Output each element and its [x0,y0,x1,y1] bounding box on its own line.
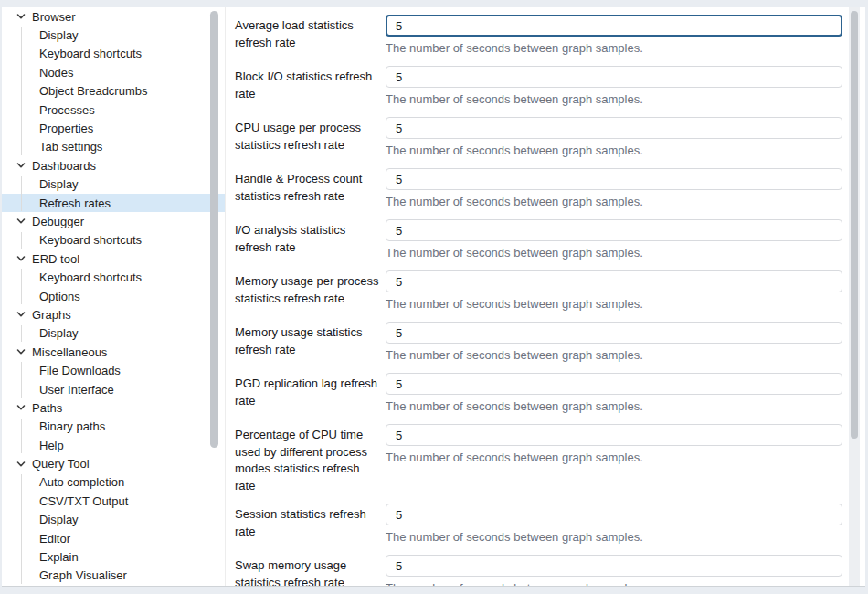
preferences-sidebar: Browser Display Keyboard shortcuts Nodes… [2,7,226,586]
tree-item-label: Explain [39,550,79,564]
tree-item-label: Options [39,290,80,303]
preference-field-help: The number of seconds between graph samp… [386,399,842,414]
refresh-rate-input[interactable] [386,168,842,190]
tree-group-label: Dashboards [32,159,96,173]
preference-field-row: I/O analysis statistics refresh rate The… [235,219,842,261]
preference-field-row: Percentage of CPU time used by different… [235,424,842,494]
tree-item[interactable]: Keyboard shortcuts [2,268,225,286]
tree-children: Binary paths Help [2,418,225,455]
preferences-content: Average load statistics refresh rate The… [226,7,865,586]
tree-group-label: Miscellaneous [32,345,107,359]
tree-item[interactable]: Display [2,26,225,44]
tree-item[interactable]: Options [2,287,225,305]
preference-field-row: Block I/O statistics refresh rate The nu… [235,66,842,108]
tree-item[interactable]: Keyboard shortcuts [2,231,225,249]
refresh-rate-input[interactable] [386,66,842,88]
tree-item[interactable]: Display [2,175,225,194]
tree-item[interactable]: Explain [2,547,225,566]
tree-item[interactable]: Binary paths [2,418,225,436]
preference-field-help: The number of seconds between graph samp… [386,451,842,465]
chevron-down-icon [16,161,26,170]
content-scrollbar-track[interactable] [849,7,860,586]
preference-field-row: CPU usage per process statistics refresh… [235,117,842,159]
tree-group: Browser Display Keyboard shortcuts Nodes… [2,7,225,156]
preference-field-row: Swap memory usage statistics refresh rat… [235,555,842,586]
tree-item[interactable]: Editor [2,529,225,547]
preference-field-label: Memory usage per process statistics refr… [235,270,379,313]
tree-group-row[interactable]: Debugger [2,212,225,230]
tree-group-label: ERD tool [32,252,79,266]
preference-field-row: PGD replication lag refresh rate The num… [235,373,842,415]
tree-item-label: Keyboard shortcuts [39,47,142,60]
tree-item[interactable]: CSV/TXT Output [2,492,225,510]
tree-group-label: Debugger [32,215,84,228]
tree-item[interactable]: Object Breadcrumbs [2,82,225,101]
sidebar-scrollbar-thumb[interactable] [210,11,218,448]
preferences-dialog: Browser Display Keyboard shortcuts Nodes… [2,7,865,587]
tree-guide-line [21,269,22,304]
tree-item[interactable]: Display [2,511,225,529]
tree-item[interactable]: Help [2,436,225,454]
tree-group: Miscellaneous File Downloads User Interf… [2,343,225,398]
tree-item-label: File Downloads [39,364,121,377]
preference-field-help: The number of seconds between graph samp… [386,92,842,107]
refresh-rate-input[interactable] [386,117,842,139]
tree-item-label: Display [39,326,79,340]
content-scrollbar-thumb[interactable] [851,11,858,439]
refresh-rate-input[interactable] [386,219,842,241]
tree-item[interactable]: Processes [2,101,225,119]
tree-item[interactable]: Graph Visualiser [2,567,225,585]
refresh-rate-input[interactable] [386,15,842,37]
tree-children: File Downloads User Interface [2,361,225,398]
preference-field-label: Block I/O statistics refresh rate [235,66,379,108]
tree-group-row[interactable]: Query Tool [2,454,225,472]
chevron-down-icon [16,217,26,226]
refresh-rate-input[interactable] [386,504,842,525]
tree-group-label: Query Tool [32,457,90,471]
tree-item[interactable]: Nodes [2,63,225,81]
preferences-tree: Browser Display Keyboard shortcuts Nodes… [2,7,225,585]
preference-field-row: Memory usage statistics refresh rate The… [235,322,842,364]
refresh-rate-input[interactable] [386,270,842,292]
preference-field-main: The number of seconds between graph samp… [386,117,842,159]
tree-item[interactable]: Properties [2,119,225,137]
tree-item[interactable]: File Downloads [2,361,225,379]
tree-group-row[interactable]: Graphs [2,305,225,324]
tree-item-label: Object Breadcrumbs [39,84,148,98]
tree-group: Graphs Display [2,305,225,343]
tree-group-row[interactable]: Browser [2,7,225,26]
tree-item[interactable]: Display [2,324,225,343]
preference-field-label: I/O analysis statistics refresh rate [235,219,379,261]
preference-field-main: The number of seconds between graph samp… [386,322,842,364]
tree-children: Display Keyboard shortcuts Nodes Object … [2,26,225,156]
tree-group-row[interactable]: Miscellaneous [2,343,225,361]
tree-group-row[interactable]: Paths [2,398,225,417]
refresh-rate-input[interactable] [386,373,842,395]
refresh-rate-input[interactable] [386,555,842,577]
preference-field-label: Session statistics refresh rate [235,504,379,546]
tree-group-row[interactable]: ERD tool [2,249,225,268]
tree-group: Query Tool Auto completion CSV/TXT Outpu… [2,454,225,585]
preference-field-label: Average load statistics refresh rate [235,15,379,57]
preference-field-label: Percentage of CPU time used by different… [235,424,379,494]
tree-item-label: User Interface [39,383,114,397]
refresh-rate-input[interactable] [386,424,842,446]
chevron-down-icon [16,347,26,356]
tree-item[interactable]: Keyboard shortcuts [2,45,225,63]
preference-field-main: The number of seconds between graph samp… [386,504,842,546]
tree-item[interactable]: Refresh rates [2,194,225,212]
tree-group: Dashboards Display Refresh rates [2,156,225,212]
preference-field-help: The number of seconds between graph samp… [386,143,842,158]
preference-field-help: The number of seconds between graph samp… [386,41,842,56]
tree-item-label: Auto completion [39,475,124,489]
preference-field-label: Swap memory usage statistics refresh rat… [235,555,379,586]
preference-field-label: Memory usage statistics refresh rate [235,322,379,364]
preference-field-label: CPU usage per process statistics refresh… [235,117,379,159]
tree-item[interactable]: Auto completion [2,473,225,492]
tree-group-row[interactable]: Dashboards [2,156,225,175]
refresh-rate-input[interactable] [386,322,842,344]
tree-item[interactable]: Tab settings [2,138,225,156]
chevron-down-icon [16,254,26,263]
tree-item[interactable]: User Interface [2,380,225,398]
tree-item-label: Processes [39,103,95,117]
